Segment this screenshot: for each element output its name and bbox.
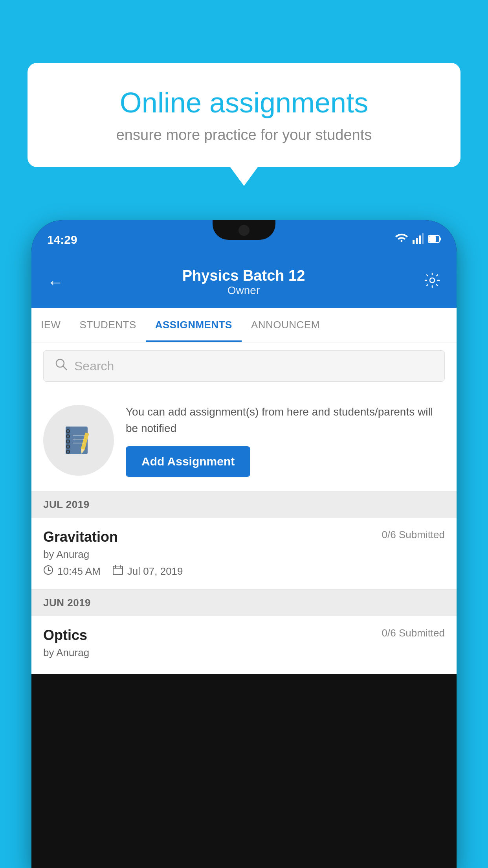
assignment-meta-gravitation: 10:45 AM Jul 07, 2019 <box>43 565 445 578</box>
assignment-author-gravitation: by Anurag <box>43 548 445 561</box>
promo-icon-circle <box>43 405 114 476</box>
assignment-submitted-optics: 0/6 Submitted <box>382 627 445 639</box>
assignment-time-text-gravitation: 10:45 AM <box>57 565 101 577</box>
search-icon <box>55 358 68 374</box>
status-icons <box>395 233 441 247</box>
assignment-item-gravitation[interactable]: Gravitation 0/6 Submitted by Anurag 10:4… <box>31 518 457 590</box>
promo-text: You can add assignment(s) from here and … <box>126 404 445 437</box>
section-header-jul: JUL 2019 <box>31 491 457 518</box>
tab-students[interactable]: STUDENTS <box>70 308 146 342</box>
svg-rect-0 <box>413 240 415 244</box>
assignment-name-optics: Optics <box>43 627 87 644</box>
tab-assignments[interactable]: ASSIGNMENTS <box>146 308 242 342</box>
header-subtitle: Owner <box>182 284 305 297</box>
assignment-submitted-gravitation: 0/6 Submitted <box>382 529 445 541</box>
calendar-icon <box>112 565 123 578</box>
settings-button[interactable] <box>424 272 441 293</box>
back-button[interactable]: ← <box>47 273 64 292</box>
tabs-container: IEW STUDENTS ASSIGNMENTS ANNOUNCEM <box>31 308 457 342</box>
search-bar[interactable]: Search <box>43 350 445 382</box>
assignment-time-gravitation: 10:45 AM <box>43 565 101 578</box>
camera-icon <box>238 225 250 236</box>
svg-rect-6 <box>429 236 436 242</box>
assignment-name-gravitation: Gravitation <box>43 529 118 545</box>
section-header-jun: JUN 2019 <box>31 590 457 616</box>
notebook-svg-icon <box>61 423 96 458</box>
search-bar-container: Search <box>31 342 457 390</box>
assignment-author-optics: by Anurag <box>43 647 445 659</box>
content-area: Search <box>31 342 457 674</box>
clock-icon <box>43 565 53 578</box>
svg-rect-25 <box>113 566 123 575</box>
phone-notch <box>213 220 275 240</box>
svg-point-7 <box>430 278 435 283</box>
app-header: ← Physics Batch 12 Owner <box>31 259 457 308</box>
svg-rect-3 <box>422 233 424 244</box>
status-bar-area: 14:29 <box>31 220 457 259</box>
add-assignment-button[interactable]: Add Assignment <box>126 446 250 477</box>
assignment-item-top-optics: Optics 0/6 Submitted <box>43 627 445 644</box>
tab-iew[interactable]: IEW <box>31 308 70 342</box>
assignment-date-gravitation: Jul 07, 2019 <box>112 565 183 578</box>
search-placeholder: Search <box>74 359 114 373</box>
speech-bubble-subtitle: ensure more practice for your students <box>55 127 433 143</box>
add-assignment-promo: You can add assignment(s) from here and … <box>31 390 457 491</box>
signal-icon <box>413 233 424 247</box>
assignment-item-optics[interactable]: Optics 0/6 Submitted by Anurag <box>31 616 457 674</box>
battery-icon <box>428 234 441 246</box>
header-title: Physics Batch 12 <box>182 267 305 284</box>
svg-rect-1 <box>416 238 418 244</box>
svg-rect-2 <box>419 235 421 244</box>
promo-right: You can add assignment(s) from here and … <box>126 404 445 477</box>
header-center: Physics Batch 12 Owner <box>182 267 305 297</box>
status-time: 14:29 <box>47 233 77 246</box>
speech-bubble-container: Online assignments ensure more practice … <box>28 63 460 167</box>
svg-rect-5 <box>439 237 441 241</box>
assignment-item-top: Gravitation 0/6 Submitted <box>43 529 445 545</box>
wifi-icon <box>395 234 408 246</box>
speech-bubble-title: Online assignments <box>55 86 433 119</box>
svg-line-9 <box>63 366 67 370</box>
tab-announcements[interactable]: ANNOUNCEM <box>242 308 329 342</box>
phone-frame: 14:29 <box>31 220 457 868</box>
assignment-date-text-gravitation: Jul 07, 2019 <box>127 565 183 577</box>
speech-bubble: Online assignments ensure more practice … <box>28 63 460 167</box>
